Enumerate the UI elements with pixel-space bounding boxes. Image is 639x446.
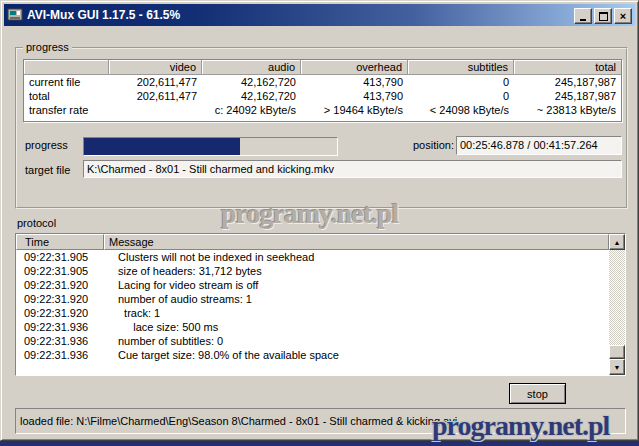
- table-cell: 413,790: [301, 89, 408, 103]
- protocol-label: protocol: [17, 217, 56, 229]
- status-bar: loaded file: N:\Filme\Charmed\Eng\Season…: [15, 408, 626, 434]
- scroll-down-button[interactable]: ▼: [609, 359, 625, 375]
- target-file-field[interactable]: K:\Charmed - 8x01 - Still charmed and ki…: [83, 160, 622, 178]
- protocol-row[interactable]: 09:22:31.905 Clusters will not be indexe…: [16, 250, 609, 264]
- minimize-button[interactable]: [574, 8, 592, 24]
- protocol-row[interactable]: 09:22:31.920 track: 1: [16, 306, 609, 320]
- protocol-time: 09:22:31.920: [16, 306, 112, 320]
- table-cell: 245,187,987: [514, 75, 621, 89]
- table-cell: < 24098 kByte/s: [408, 103, 514, 117]
- position-field[interactable]: 00:25:46.878 / 00:41:57.264: [456, 136, 622, 155]
- col-header-audio: audio: [202, 60, 301, 75]
- protocol-message: track: 1: [112, 306, 609, 320]
- protocol-message: Lacing for video stream is off: [112, 278, 609, 292]
- col-header-overhead: overhead: [301, 60, 408, 75]
- table-cell: 202,611,477: [109, 75, 202, 89]
- minimize-icon: [580, 11, 586, 21]
- table-cell: [109, 103, 202, 117]
- close-icon: ×: [620, 11, 626, 21]
- close-button[interactable]: ×: [614, 8, 632, 24]
- window-controls: ×: [572, 8, 632, 24]
- protocol-time: 09:22:31.920: [16, 278, 112, 292]
- window-title: AVI-Mux GUI 1.17.5 - 61.5%: [27, 8, 180, 22]
- protocol-time: 09:22:31.936: [16, 348, 112, 362]
- scroll-up-button[interactable]: ▲: [609, 234, 625, 250]
- protocol-row[interactable]: 09:22:31.920 number of audio streams: 1: [16, 292, 609, 306]
- maximize-icon: [599, 12, 608, 21]
- position-label: position:: [413, 139, 454, 151]
- app-icon: [7, 7, 23, 23]
- protocol-listview: Time Message 09:22:31.905 Clusters will …: [15, 233, 626, 376]
- table-cell: 42,162,720: [202, 89, 301, 103]
- protocol-time: 09:22:31.905: [16, 264, 112, 278]
- protocol-message: Cue target size: 98.0% of the available …: [112, 348, 609, 362]
- protocol-row[interactable]: 09:22:31.936 number of subtitles: 0: [16, 334, 609, 348]
- stop-button[interactable]: stop: [509, 383, 566, 404]
- protocol-message: lace size: 500 ms: [112, 320, 609, 334]
- col-header-empty: [24, 60, 109, 75]
- protocol-list-header: Time Message: [16, 234, 609, 250]
- table-cell: 0: [408, 89, 514, 103]
- scrollbar-thumb[interactable]: [609, 345, 625, 359]
- protocol-time: 09:22:31.905: [16, 250, 112, 264]
- row-label-transfer-rate: transfer rate: [24, 103, 109, 117]
- table-cell: 413,790: [301, 75, 408, 89]
- progress-bar-label: progress: [25, 139, 68, 151]
- progress-groupbox: progress video audio overhead subtitles …: [15, 47, 628, 209]
- target-file-label: target file: [25, 164, 70, 176]
- screenshot-stage: AVI-Mux GUI 1.17.5 - 61.5% × progress vi…: [0, 0, 639, 446]
- protocol-message: Clusters will not be indexed in seekhead: [112, 250, 609, 264]
- table-cell: 42,162,720: [202, 75, 301, 89]
- row-label-current-file: current file: [24, 75, 109, 89]
- scrollbar-track[interactable]: [609, 250, 625, 359]
- progress-bar: [83, 137, 338, 156]
- protocol-row[interactable]: 09:22:31.920 Lacing for video stream is …: [16, 278, 609, 292]
- mux-stats-table: video audio overhead subtitles total cur…: [23, 59, 622, 122]
- protocol-message: number of subtitles: 0: [112, 334, 609, 348]
- col-header-subtitles: subtitles: [408, 60, 514, 75]
- protocol-scrollbar[interactable]: ▲ ▼: [609, 234, 625, 375]
- table-cell: 202,611,477: [109, 89, 202, 103]
- table-cell: > 19464 kByte/s: [301, 103, 408, 117]
- protocol-row[interactable]: 09:22:31.936 lace size: 500 ms: [16, 320, 609, 334]
- scroll-up-icon: ▲: [614, 239, 621, 246]
- progress-bar-fill: [84, 138, 240, 155]
- protocol-time: 09:22:31.936: [16, 320, 112, 334]
- table-cell: c: 24092 kByte/s: [202, 103, 301, 117]
- time-column-header[interactable]: Time: [16, 234, 104, 250]
- protocol-list-main: Time Message 09:22:31.905 Clusters will …: [16, 234, 609, 375]
- protocol-row[interactable]: 09:22:31.936 Cue target size: 98.0% of t…: [16, 348, 609, 362]
- row-label-total: total: [24, 89, 109, 103]
- maximize-button[interactable]: [594, 8, 612, 24]
- progress-groupbox-label: progress: [23, 41, 72, 53]
- scroll-down-icon: ▼: [614, 364, 621, 371]
- avimux-window: AVI-Mux GUI 1.17.5 - 61.5% × progress vi…: [0, 0, 639, 441]
- table-cell: 0: [408, 75, 514, 89]
- protocol-row[interactable]: 09:22:31.905 size of headers: 31,712 byt…: [16, 264, 609, 278]
- protocol-time: 09:22:31.920: [16, 292, 112, 306]
- table-cell: 245,187,987: [514, 89, 621, 103]
- protocol-message: size of headers: 31,712 bytes: [112, 264, 609, 278]
- col-header-total: total: [514, 60, 621, 75]
- protocol-message: number of audio streams: 1: [112, 292, 609, 306]
- protocol-time: 09:22:31.936: [16, 334, 112, 348]
- title-bar[interactable]: AVI-Mux GUI 1.17.5 - 61.5% ×: [4, 4, 635, 26]
- message-column-header[interactable]: Message: [104, 234, 609, 250]
- col-header-video: video: [109, 60, 202, 75]
- table-cell: ~ 23813 kByte/s: [514, 103, 621, 117]
